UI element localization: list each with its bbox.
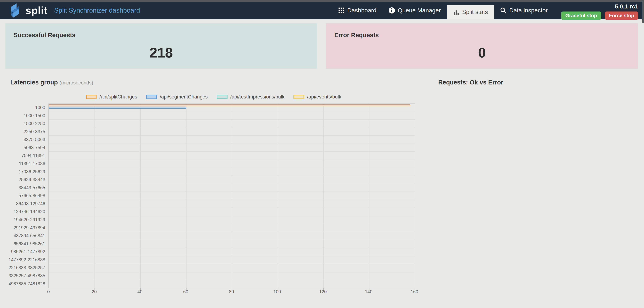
y-axis-category-label: 437894-656841 — [0, 232, 45, 240]
latency-plot — [48, 104, 415, 288]
vertical-gridline — [186, 104, 186, 288]
horizontal-gridline — [49, 144, 415, 144]
latency-y-axis-labels: 10001000-15001500-22502250-33753375-5063… — [0, 104, 45, 288]
y-axis-category-label: 1000-1500 — [0, 112, 45, 120]
x-axis-tick-label: 100 — [274, 289, 281, 294]
horizontal-gridline — [49, 248, 415, 248]
brand-name: split — [26, 2, 48, 19]
nav-item-label: Queue Manager — [398, 7, 441, 14]
error-requests-value: 0 — [326, 45, 638, 61]
vertical-gridline — [94, 104, 95, 288]
y-axis-category-label: 5063-7594 — [0, 144, 45, 152]
navbar: split Split Synchronizer dashboard Dashb… — [0, 2, 644, 19]
nav-item-split-stats[interactable]: Split stats — [447, 5, 494, 19]
graceful-stop-button[interactable]: Graceful stop — [561, 12, 601, 20]
legend-label: /api/splitChanges — [99, 94, 137, 100]
y-axis-category-label: 2216838-3325257 — [0, 264, 45, 272]
info-icon — [389, 7, 395, 14]
horizontal-gridline — [49, 264, 415, 264]
horizontal-gridline — [49, 216, 415, 216]
nav-item-dashboard[interactable]: Dashboard — [332, 2, 382, 19]
horizontal-gridline — [49, 112, 415, 112]
page-title: Split Synchronizer dashboard — [54, 2, 140, 19]
legend-item[interactable]: /api/testImpressions/bulk — [217, 94, 284, 100]
y-axis-category-label: 3375-5063 — [0, 136, 45, 144]
nav-item-label: Dashboard — [347, 7, 376, 14]
y-axis-category-label: 86498-129746 — [0, 200, 45, 208]
horizontal-gridline — [49, 104, 415, 104]
legend-item[interactable]: /api/splitChanges — [86, 94, 137, 100]
horizontal-gridline — [49, 184, 415, 184]
x-axis-tick-label: 140 — [365, 289, 372, 294]
horizontal-gridline — [49, 200, 415, 200]
horizontal-gridline — [49, 192, 415, 192]
successful-requests-title: Successful Requests — [14, 32, 76, 39]
legend-item[interactable]: /api/events/bulk — [294, 94, 341, 100]
error-requests-title: Error Requests — [334, 32, 379, 39]
chart-legend: /api/splitChanges/api/segmentChanges/api… — [0, 94, 427, 100]
y-axis-category-label: 985261-1477892 — [0, 248, 45, 256]
stop-buttons: Graceful stop Force stop — [561, 12, 638, 20]
nav-item-queue-manager[interactable]: Queue Manager — [382, 2, 447, 19]
x-axis-tick-label: 60 — [183, 289, 188, 294]
y-axis-category-label: 3325257-4987885 — [0, 272, 45, 280]
y-axis-category-label: 194620-291929 — [0, 216, 45, 224]
y-axis-category-label: 57665-86498 — [0, 192, 45, 200]
y-axis-category-label: 656841-985261 — [0, 240, 45, 248]
force-stop-button[interactable]: Force stop — [605, 12, 638, 20]
y-axis-category-label: 4987885-7481828 — [0, 280, 45, 288]
vertical-gridline — [415, 104, 415, 288]
horizontal-gridline — [49, 288, 415, 288]
y-axis-category-label: 2250-3375 — [0, 128, 45, 136]
y-axis-category-label: 25629-38443 — [0, 176, 45, 184]
x-axis-tick-label: 120 — [319, 289, 327, 294]
horizontal-gridline — [49, 136, 415, 136]
horizontal-gridline — [49, 120, 415, 120]
y-axis-category-label: 11391-17086 — [0, 160, 45, 168]
y-axis-category-label: 7594-11391 — [0, 152, 45, 160]
x-axis-tick-label: 20 — [92, 289, 97, 294]
latencies-group-title: Latencies group (microseconds) — [10, 79, 93, 86]
x-axis-tick-label: 0 — [47, 289, 50, 294]
x-axis-tick-label: 80 — [229, 289, 234, 294]
legend-label: /api/events/bulk — [307, 94, 341, 100]
horizontal-gridline — [49, 168, 415, 168]
nav-item-label: Data inspector — [509, 7, 548, 14]
legend-item[interactable]: /api/segmentChanges — [146, 94, 208, 100]
y-axis-category-label: 129746-194620 — [0, 208, 45, 216]
successful-requests-card: Successful Requests 218 — [6, 23, 317, 68]
vertical-gridline — [232, 104, 232, 288]
version-label: 5.0.1-rc1 — [615, 3, 638, 10]
app-window: split Split Synchronizer dashboard Dashb… — [0, 0, 644, 308]
horizontal-gridline — [49, 272, 415, 272]
vertical-gridline — [369, 104, 370, 288]
y-axis-category-label: 1000 — [0, 104, 45, 112]
horizontal-gridline — [49, 232, 415, 232]
requests-ok-vs-error-title: Requests: Ok vs Error — [438, 79, 503, 86]
legend-label: /api/segmentChanges — [160, 94, 208, 100]
legend-swatch — [217, 95, 227, 99]
horizontal-gridline — [49, 128, 415, 128]
y-axis-category-label: 291929-437894 — [0, 224, 45, 232]
successful-requests-value: 218 — [6, 45, 317, 61]
nav-item-data-inspector[interactable]: Data inspector — [494, 2, 554, 19]
window-top-edge — [0, 0, 644, 2]
horizontal-gridline — [49, 176, 415, 176]
latencies-unit-label: (microseconds) — [60, 80, 93, 86]
nav-item-label: Split stats — [462, 9, 488, 16]
latency-bar — [49, 104, 410, 106]
horizontal-gridline — [49, 256, 415, 256]
vertical-gridline — [140, 104, 141, 288]
bar-chart-icon — [453, 9, 459, 15]
legend-swatch — [86, 95, 96, 99]
y-axis-category-label: 1500-2250 — [0, 120, 45, 128]
y-axis-category-label: 38443-57665 — [0, 184, 45, 192]
x-axis-tick-label: 40 — [138, 289, 142, 294]
brand: split Split Synchronizer dashboard — [0, 2, 140, 19]
horizontal-gridline — [49, 224, 415, 224]
window-right-edge — [642, 0, 644, 23]
horizontal-gridline — [49, 152, 415, 152]
nav-right: 5.0.1-rc1 Graceful stop Force stop — [554, 2, 644, 19]
search-icon — [500, 7, 506, 14]
vertical-gridline — [278, 104, 278, 288]
